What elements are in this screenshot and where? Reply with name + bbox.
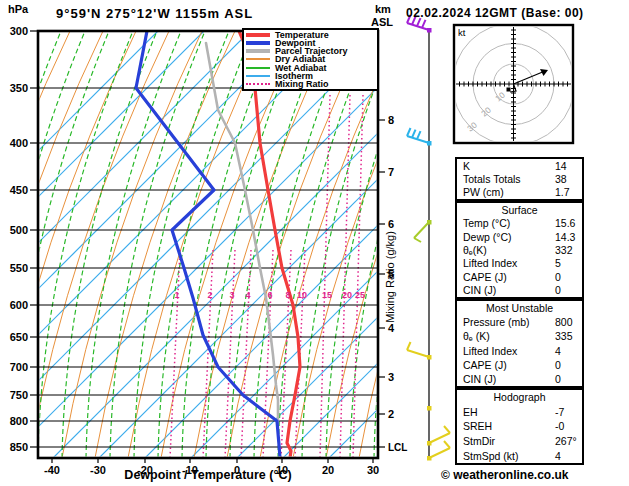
km-tick-label: 3 <box>388 371 394 383</box>
pressure-tick-label: 350 <box>10 82 28 94</box>
mixing-ratio-line <box>320 95 330 458</box>
storm-motion-marker <box>507 88 511 92</box>
km-tick-label: 8 <box>388 114 394 126</box>
panel-row-label: K <box>463 160 555 172</box>
panel-row-label: EH <box>463 406 555 418</box>
panel-row-value: 800 <box>555 316 582 328</box>
page-title: 9°59'N 275°12'W 1155m ASL <box>56 6 253 21</box>
panel-row-value: 1.7 <box>555 186 582 198</box>
wet-adiabat-line <box>110 31 205 458</box>
wind-level-dot <box>427 456 432 461</box>
panel-row-value: 0 <box>555 271 582 283</box>
panel-section-header: Most Unstable <box>457 302 582 314</box>
legend-swatch-thick <box>246 33 270 37</box>
legend-swatch-dotted <box>246 83 270 85</box>
panel-row: Totals Totals38 <box>457 173 582 185</box>
isotherm-line <box>0 31 342 458</box>
panel-row: Pressure (mb)800 <box>457 316 582 328</box>
panel-row: θₑ (K)335 <box>457 330 582 342</box>
panel-row-label: CAPE (J) <box>463 359 555 371</box>
panel-row-value: 0 <box>555 284 582 296</box>
panel-row-value: 38 <box>555 173 582 185</box>
wind-barb <box>429 426 450 443</box>
copyright: © weatheronline.co.uk <box>441 468 569 482</box>
valid-datetime: 02.02.2024 12GMT (Base: 00) <box>406 6 584 20</box>
panel-row: CIN (J)0 <box>457 284 582 296</box>
panel-row-label: Temp (°C) <box>463 217 555 229</box>
mixing-ratio-axis-title: Mixing Ratio (g/kg) <box>384 212 396 342</box>
wind-barb-shaft <box>414 222 429 238</box>
pressure-axis-unit: hPa <box>8 3 28 15</box>
wind-barb-tick <box>444 441 450 448</box>
panel-row-label: Lifted Index <box>463 257 555 269</box>
pressure-tick-label: 700 <box>10 361 28 373</box>
pressure-tick-label: 450 <box>10 184 28 196</box>
wind-barb-tick <box>414 238 421 242</box>
panel-row: StmDir267° <box>457 435 582 447</box>
panel-row-label: StmDir <box>463 435 555 447</box>
km-tick-label: 2 <box>388 408 394 420</box>
mixing-ratio-value-label: 3 <box>229 290 234 300</box>
mixing-ratio-line <box>170 250 180 458</box>
altitude-axis-unit-km: km <box>375 3 391 15</box>
mixing-ratio-value-label: 8 <box>285 290 290 300</box>
isotherm-line <box>53 31 480 458</box>
wind-barb-shaft <box>429 433 450 443</box>
wind-level-dot <box>427 441 432 446</box>
mixing-ratio-value-label: 6 <box>267 290 272 300</box>
panel-row-label: θₑ(K) <box>463 244 555 256</box>
panel-row-label: SREH <box>463 420 555 432</box>
pressure-tick-label: 400 <box>10 137 28 149</box>
panel-row: SREH-0 <box>457 420 582 432</box>
wind-barb-shaft <box>407 350 429 357</box>
panel-row: Lifted Index5 <box>457 257 582 269</box>
panel-row-value: 15.6 <box>555 217 582 229</box>
panel-row-value: 5 <box>555 257 582 269</box>
altitude-axis-unit-asl: ASL <box>371 16 393 28</box>
panel-row: EH-7 <box>457 406 582 418</box>
panel-row: CAPE (J)0 <box>457 359 582 371</box>
sounding-chart-page: 300350400450500550600650700750800850-40-… <box>0 0 629 486</box>
mixing-ratio-value-label: 10 <box>297 290 307 300</box>
wind-level-dot <box>427 355 432 360</box>
panel-row-value: -7 <box>555 406 582 418</box>
wind-barb <box>414 222 429 242</box>
panel-row-label: StmSpd (kt) <box>463 450 555 462</box>
wind-barb-tick <box>407 128 411 136</box>
legend-swatch-thin <box>246 75 270 77</box>
panel-row: K14 <box>457 160 582 172</box>
legend-swatch-thin <box>246 67 270 69</box>
panel-row: StmSpd (kt)4 <box>457 450 582 462</box>
panel-row: CIN (J)0 <box>457 373 582 385</box>
panel-row-label: Dewp (°C) <box>463 231 555 243</box>
mixing-ratio-value-label: 15 <box>322 290 332 300</box>
wind-barb-staff <box>407 15 450 461</box>
panel-box-most-unstable: Most UnstablePressure (mb)800θₑ (K)335Li… <box>455 299 584 388</box>
panel-box-hodograph: HodographEH-7SREH-0StmDir267°StmSpd (kt)… <box>455 388 584 465</box>
panel-row-label: Lifted Index <box>463 345 555 357</box>
hodograph-unit-label: kt <box>458 27 465 38</box>
wet-adiabat-line <box>86 31 181 458</box>
panel-row-value: 335 <box>555 330 582 342</box>
wet-adiabat-line <box>182 31 277 458</box>
legend-swatch-thick <box>246 41 270 45</box>
pressure-tick-label: 650 <box>10 331 28 343</box>
pressure-tick-label: 550 <box>10 262 28 274</box>
wind-level-dot <box>427 28 432 33</box>
pressure-tick-label: 800 <box>10 415 28 427</box>
km-tick-label: LCL <box>388 442 407 453</box>
mixing-ratio-value-label: 2 <box>207 290 212 300</box>
panel-box-indices: K14Totals Totals38PW (cm)1.7 <box>455 157 584 201</box>
isotherm-line <box>7 31 434 458</box>
pressure-tick-label: 600 <box>10 299 28 311</box>
dry-adiabat-line <box>0 31 4 458</box>
wet-adiabat-line <box>350 31 445 458</box>
wind-barb-tick <box>407 342 411 350</box>
panel-row-value: -0 <box>555 420 582 432</box>
dewpoint-curve <box>136 31 280 458</box>
panel-section-header: Hodograph <box>457 391 582 403</box>
wind-barb <box>429 441 450 458</box>
mixing-ratio-value-label: 4 <box>245 290 250 300</box>
hodograph-inset: 102030 <box>453 23 575 145</box>
panel-row-value: 4 <box>555 345 582 357</box>
